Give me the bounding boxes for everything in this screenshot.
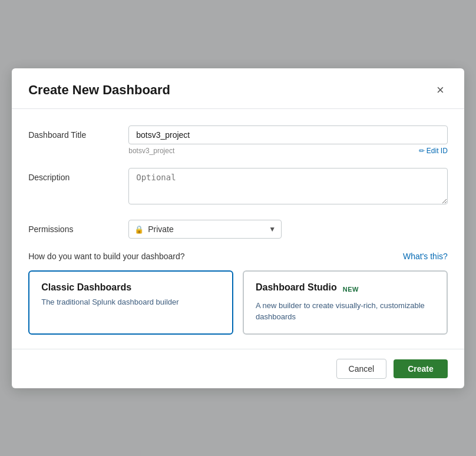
modal-body: Dashboard Title botsv3_project ✏ Edit ID…: [12, 109, 464, 349]
close-button[interactable]: ×: [433, 82, 448, 98]
dashboard-title-field: botsv3_project ✏ Edit ID: [128, 125, 448, 155]
studio-title-row: Dashboard Studio NEW: [256, 282, 435, 296]
permissions-label: Permissions: [28, 220, 128, 234]
modal-footer: Cancel Create: [12, 349, 464, 388]
whats-this-link[interactable]: What's this?: [403, 252, 448, 261]
classic-dashboards-card[interactable]: Classic Dashboards The traditional Splun…: [28, 270, 233, 335]
dashboard-studio-desc: A new builder to create visually-rich, c…: [256, 300, 435, 323]
dashboard-id-hint: botsv3_project: [128, 147, 174, 155]
dashboard-title-input[interactable]: [128, 125, 448, 144]
create-button[interactable]: Create: [394, 359, 448, 378]
edit-id-button[interactable]: ✏ Edit ID: [419, 147, 448, 155]
description-label: Description: [28, 168, 128, 182]
build-question-text: How do you want to build your dashboard?: [28, 252, 184, 261]
dashboard-studio-card[interactable]: Dashboard Studio NEW A new builder to cr…: [243, 270, 448, 335]
dashboard-studio-title: Dashboard Studio: [256, 282, 337, 293]
modal-title: Create New Dashboard: [28, 82, 170, 98]
new-badge: NEW: [343, 286, 359, 293]
edit-id-row: botsv3_project ✏ Edit ID: [128, 147, 448, 155]
modal-header: Create New Dashboard ×: [12, 68, 464, 109]
description-field: [128, 168, 448, 207]
build-header-row: How do you want to build your dashboard?…: [28, 252, 448, 261]
pencil-icon: ✏: [419, 147, 425, 155]
classic-dashboards-desc: The traditional Splunk dashboard builder: [41, 296, 220, 308]
classic-dashboards-title: Classic Dashboards: [41, 282, 220, 293]
description-row: Description: [28, 168, 448, 207]
dashboard-title-label: Dashboard Title: [28, 125, 128, 140]
permissions-select-wrapper: 🔒 Private Shared ▼: [128, 220, 282, 239]
modal-overlay: Create New Dashboard × Dashboard Title b…: [0, 0, 476, 456]
permissions-field: 🔒 Private Shared ▼: [128, 220, 448, 239]
build-section: How do you want to build your dashboard?…: [28, 252, 448, 335]
permissions-select[interactable]: Private Shared: [128, 220, 282, 239]
card-row: Classic Dashboards The traditional Splun…: [28, 270, 448, 335]
dashboard-title-row: Dashboard Title botsv3_project ✏ Edit ID: [28, 125, 448, 155]
permissions-row: Permissions 🔒 Private Shared ▼: [28, 220, 448, 239]
edit-id-label: Edit ID: [427, 147, 448, 155]
cancel-button[interactable]: Cancel: [336, 359, 387, 379]
modal-dialog: Create New Dashboard × Dashboard Title b…: [12, 68, 464, 388]
description-input[interactable]: [128, 168, 448, 204]
